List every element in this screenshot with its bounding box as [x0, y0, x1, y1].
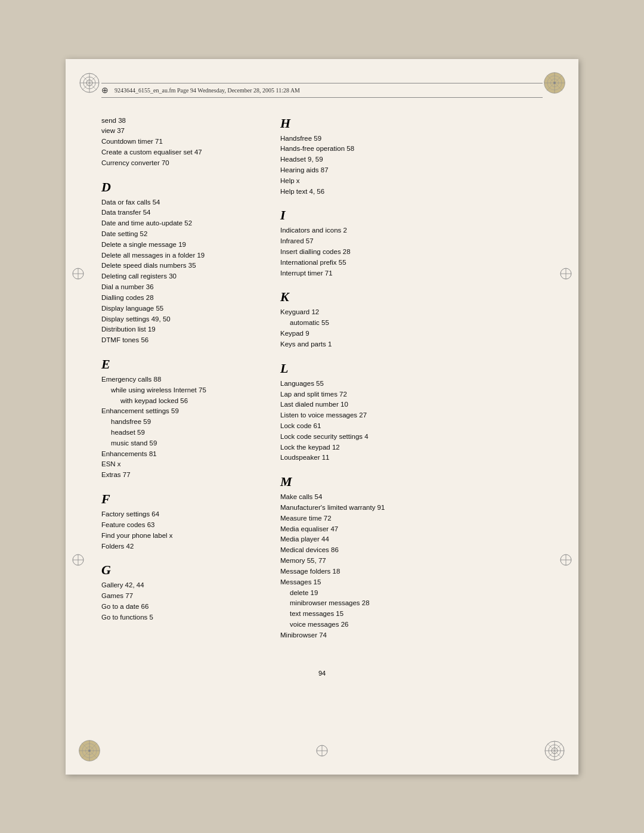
- intro-line-5: Currency converter 70: [101, 158, 256, 169]
- section-I: I Indicators and icons 2 Infrared 57 Ins…: [280, 208, 543, 278]
- item-indent: headset 59: [101, 428, 256, 438]
- intro-line-1: send 38: [101, 116, 256, 126]
- item: Gallery 42, 44: [101, 580, 256, 591]
- section-D: D Data or fax calls 54 Data transfer 54 …: [101, 179, 256, 346]
- item: Feature codes 63: [101, 520, 256, 531]
- section-letter-M: M: [280, 474, 543, 490]
- item: Data transfer 54: [101, 208, 256, 218]
- item: Languages 55: [280, 379, 543, 389]
- item: Delete a single message 19: [101, 240, 256, 250]
- page: ⊕ 9243644_6155_en_au.fm Page 94 Wednesda…: [66, 59, 578, 775]
- header-crosshair: ⊕: [101, 85, 109, 95]
- item-indent: delete 19: [280, 588, 543, 599]
- item: Media equaliser 47: [280, 524, 543, 535]
- section-D-content: Data or fax calls 54 Data transfer 54 Da…: [101, 197, 256, 346]
- left-column: send 38 view 37 Countdown timer 71 Creat…: [101, 116, 256, 652]
- item: Emergency calls 88: [101, 374, 256, 385]
- item: Go to a date 66: [101, 602, 256, 612]
- section-letter-G: G: [101, 562, 256, 578]
- item: Distribution list 19: [101, 324, 256, 335]
- side-mark-right2: [559, 553, 572, 566]
- item: Measure time 72: [280, 513, 543, 524]
- item: Indicators and icons 2: [280, 225, 543, 236]
- item: Last dialed number 10: [280, 400, 543, 410]
- item-indent: text messages 15: [280, 609, 543, 620]
- intro-lines: send 38 view 37 Countdown timer 71 Creat…: [101, 116, 256, 169]
- side-mark-right: [559, 267, 572, 280]
- section-G-content: Gallery 42, 44 Games 77 Go to a date 66 …: [101, 580, 256, 623]
- item: Data or fax calls 54: [101, 197, 256, 208]
- section-H-content: Handsfree 59 Hands-free operation 58 Hea…: [280, 134, 543, 197]
- intro-line-4: Create a custom equaliser set 47: [101, 147, 256, 158]
- section-E: E Emergency calls 88 while using wireles…: [101, 357, 256, 481]
- item: Media player 44: [280, 534, 543, 545]
- section-M: M Make calls 54 Manufacturer's limited w…: [280, 474, 543, 640]
- item: Messages 15: [280, 577, 543, 588]
- item: Delete speed dials numbers 35: [101, 261, 256, 271]
- item: Factory settings 64: [101, 509, 256, 520]
- item: ESN x: [101, 459, 256, 470]
- item-indent: voice messages 26: [280, 620, 543, 630]
- item: Hearing aids 87: [280, 165, 543, 176]
- item: Manufacturer's limited warranty 91: [280, 503, 543, 513]
- item: Lock code 61: [280, 421, 543, 432]
- section-letter-K: K: [280, 289, 543, 305]
- item: Infrared 57: [280, 236, 543, 247]
- section-intro: send 38 view 37 Countdown timer 71 Creat…: [101, 116, 256, 169]
- intro-line-2: view 37: [101, 126, 256, 137]
- item: Hands-free operation 58: [280, 144, 543, 154]
- section-L-content: Languages 55 Lap and split times 72 Last…: [280, 379, 543, 464]
- item: Find your phone label x: [101, 531, 256, 541]
- item: Keyguard 12: [280, 307, 543, 318]
- side-mark-left2: [72, 553, 85, 566]
- page-number: 94: [101, 670, 543, 677]
- item-indent: music stand 59: [101, 438, 256, 449]
- item-indent: minibrowser messages 28: [280, 598, 543, 609]
- intro-line-3: Countdown timer 71: [101, 137, 256, 147]
- section-F-content: Factory settings 64 Feature codes 63 Fin…: [101, 509, 256, 552]
- item: Lock the keypad 12: [280, 442, 543, 453]
- item: DTMF tones 56: [101, 335, 256, 346]
- item: Handsfree 59: [280, 134, 543, 144]
- item: Minibrowser 74: [280, 630, 543, 641]
- item: Date setting 52: [101, 229, 256, 240]
- section-I-content: Indicators and icons 2 Infrared 57 Inser…: [280, 225, 543, 278]
- item: Folders 42: [101, 541, 256, 552]
- item: Go to functions 5: [101, 612, 256, 623]
- item: Memory 55, 77: [280, 556, 543, 566]
- item: Headset 9, 59: [280, 154, 543, 165]
- section-K: K Keyguard 12 automatic 55 Keypad 9 Keys…: [280, 289, 543, 349]
- corner-decoration-tr: [543, 71, 566, 95]
- item: Insert dialling codes 28: [280, 247, 543, 258]
- item: Help x: [280, 176, 543, 187]
- section-letter-L: L: [280, 361, 543, 376]
- section-K-content: Keyguard 12 automatic 55 Keypad 9 Keys a…: [280, 307, 543, 349]
- item: Medical devices 86: [280, 545, 543, 556]
- header-bar: ⊕ 9243644_6155_en_au.fm Page 94 Wednesda…: [101, 83, 543, 98]
- item-indent: automatic 55: [280, 318, 543, 329]
- item: Help text 4, 56: [280, 187, 543, 197]
- section-H: H Handsfree 59 Hands-free operation 58 H…: [280, 116, 543, 197]
- section-L: L Languages 55 Lap and split times 72 La…: [280, 361, 543, 464]
- item: Display language 55: [101, 304, 256, 314]
- side-mark-left: [72, 267, 85, 280]
- item: Display settings 49, 50: [101, 314, 256, 325]
- item: Loudspeaker 11: [280, 453, 543, 463]
- item: Lap and split times 72: [280, 389, 543, 400]
- item: Listen to voice messages 27: [280, 410, 543, 421]
- item: Deleting call registers 30: [101, 271, 256, 282]
- section-M-content: Make calls 54 Manufacturer's limited war…: [280, 492, 543, 640]
- section-letter-D: D: [101, 179, 256, 195]
- item: Games 77: [101, 591, 256, 602]
- bottom-crosshair: [315, 744, 329, 760]
- main-content: send 38 view 37 Countdown timer 71 Creat…: [101, 116, 543, 652]
- item: Keypad 9: [280, 329, 543, 339]
- section-letter-E: E: [101, 357, 256, 372]
- section-F: F Factory settings 64 Feature codes 63 F…: [101, 491, 256, 552]
- item: Date and time auto-update 52: [101, 218, 256, 229]
- section-letter-I: I: [280, 208, 543, 223]
- item: International prefix 55: [280, 258, 543, 268]
- item: Enhancements 81: [101, 449, 256, 460]
- item: Extras 77: [101, 470, 256, 481]
- corner-decoration-bl: [78, 739, 101, 763]
